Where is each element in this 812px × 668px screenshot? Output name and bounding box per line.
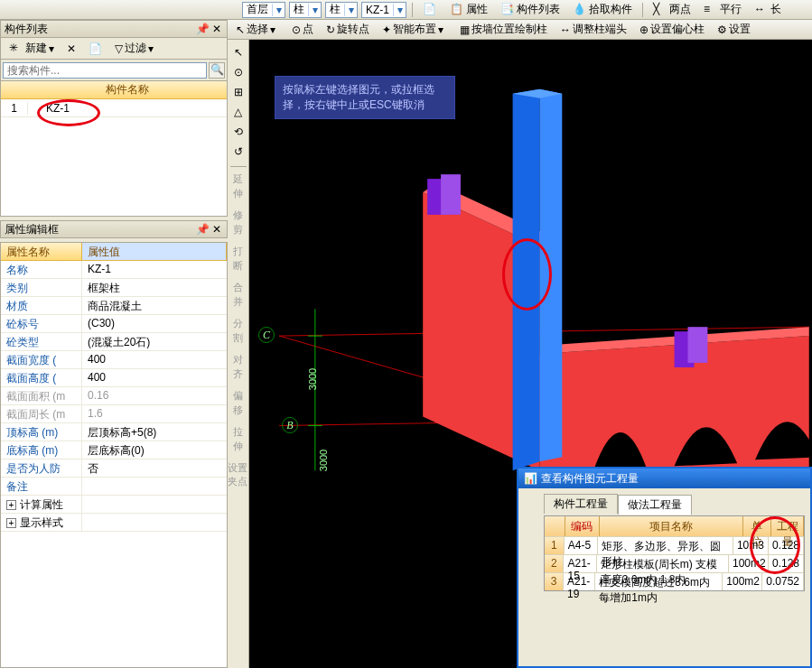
nav-icon: 📄 bbox=[423, 3, 437, 17]
point-tool[interactable]: ⊙ 点 bbox=[287, 20, 318, 39]
parallel-icon: ≡ bbox=[704, 3, 718, 17]
property-row[interactable]: 类别框架柱 bbox=[1, 279, 227, 297]
display-style-row[interactable]: +显示样式 bbox=[1, 514, 227, 532]
property-panel-header: 属性编辑框 📌✕ bbox=[0, 220, 228, 238]
eyedropper-icon: 💧 bbox=[573, 3, 587, 17]
tab-method-qty[interactable]: 做法工程量 bbox=[618, 495, 692, 515]
grid-header-name: 构件名称 bbox=[28, 82, 227, 97]
expand-icon[interactable]: + bbox=[6, 500, 16, 510]
nav-button[interactable]: 📄 bbox=[418, 1, 442, 19]
side-label: 剪 bbox=[233, 223, 243, 236]
side-label: 修 bbox=[233, 209, 243, 221]
search-input[interactable] bbox=[3, 62, 207, 79]
hint-tooltip: 按鼠标左键选择图元，或拉框选择，按右键中止或ESC键取消 bbox=[275, 76, 455, 119]
side-tool-3[interactable]: △ bbox=[229, 103, 247, 121]
side-label: 并 bbox=[233, 295, 243, 308]
property-grid[interactable]: 属性名称属性值 名称KZ-1类别框架柱材质商品混凝土砼标号(C30)砼类型(混凝… bbox=[0, 242, 228, 668]
side-tool-5[interactable]: ↺ bbox=[229, 143, 247, 161]
svg-marker-12 bbox=[539, 89, 562, 462]
property-row[interactable]: 砼类型(混凝土20石) bbox=[1, 333, 227, 351]
dim-3000-1: 3000 bbox=[307, 368, 318, 390]
axis-b-tag: B bbox=[282, 417, 298, 433]
side-label: 拉 bbox=[233, 425, 243, 438]
qty-row[interactable]: 1A4-5矩形、多边形、异形、圆形柱10m30.128 bbox=[545, 536, 804, 554]
side-label: 断 bbox=[233, 259, 243, 272]
expand-icon[interactable]: + bbox=[6, 518, 16, 528]
component-list-button[interactable]: 📑构件列表 bbox=[496, 0, 565, 19]
length-button[interactable]: ↔长 bbox=[750, 0, 786, 19]
category-combo[interactable]: 柱▾ bbox=[289, 2, 322, 18]
new-button[interactable]: ✳新建 ▾ bbox=[5, 39, 59, 58]
copy-button[interactable]: 📄 bbox=[84, 41, 107, 57]
side-label: 分 bbox=[233, 317, 243, 329]
quantity-window[interactable]: 📊 查看构件图元工程量 构件工程量 做法工程量 编码 项目名称 单位 工程量 1… bbox=[517, 467, 812, 668]
search-go-button[interactable]: 🔍 bbox=[209, 62, 225, 79]
pin-icon[interactable]: 📌 bbox=[196, 223, 209, 236]
adjust-end-tool[interactable]: ↔ 调整柱端头 bbox=[555, 20, 631, 39]
property-row[interactable]: 截面面积 (m0.16 bbox=[1, 387, 227, 405]
side-label: 移 bbox=[233, 404, 243, 416]
property-row[interactable]: 截面周长 (m1.6 bbox=[1, 405, 227, 423]
side-label: 设置夹点 bbox=[228, 461, 248, 474]
property-row[interactable]: 底标高 (m)层底标高(0) bbox=[1, 441, 227, 459]
grid-row[interactable]: 1 KZ-1 bbox=[1, 99, 227, 117]
side-label: 对 bbox=[233, 353, 243, 366]
side-label: 合 bbox=[233, 281, 243, 293]
filter-button[interactable]: ▽过滤 ▾ bbox=[110, 39, 158, 58]
property-row[interactable]: 截面宽度 (400 bbox=[1, 351, 227, 369]
parallel-button[interactable]: ≡平行 bbox=[699, 0, 746, 19]
property-row[interactable]: 截面高度 (400 bbox=[1, 369, 227, 387]
component-grid[interactable]: 构件名称 1 KZ-1 bbox=[0, 81, 228, 217]
property-row[interactable]: 是否为人防否 bbox=[1, 459, 227, 478]
property-row[interactable]: 名称KZ-1 bbox=[1, 261, 227, 279]
pin-icon[interactable]: 📌 bbox=[196, 23, 209, 35]
svg-rect-8 bbox=[441, 174, 461, 215]
quantity-grid[interactable]: 编码 项目名称 单位 工程量 1A4-5矩形、多边形、异形、圆形柱10m30.1… bbox=[544, 515, 805, 591]
offset-column-tool[interactable]: ⊕ 设置偏心柱 bbox=[635, 20, 709, 39]
qty-row[interactable]: 3A21-19柱支模高度超过3.6m内每增加1m内100m20.0752 bbox=[545, 572, 804, 590]
property-row[interactable]: 砼标号(C30) bbox=[1, 315, 227, 333]
close-icon[interactable]: ✕ bbox=[210, 223, 223, 236]
properties-icon: 📋 bbox=[450, 3, 464, 17]
delete-button[interactable]: ✕ bbox=[62, 41, 80, 57]
delete-icon: ✕ bbox=[67, 42, 76, 55]
two-point-icon: ╳ bbox=[653, 3, 667, 17]
side-label: 割 bbox=[233, 331, 243, 344]
qty-row[interactable]: 2A21-15矩形柱模板(周长m) 支模高度3.6m内 1.8内100m20.1… bbox=[545, 554, 804, 572]
side-tool-1[interactable]: ⊙ bbox=[229, 63, 247, 81]
svg-marker-5 bbox=[539, 336, 808, 488]
list-icon: 📑 bbox=[500, 3, 515, 17]
rotate-point-tool[interactable]: ↻ 旋转点 bbox=[322, 20, 374, 39]
component-list-header: 构件列表 📌✕ bbox=[0, 20, 228, 38]
new-icon: ✳ bbox=[9, 42, 23, 56]
length-icon: ↔ bbox=[754, 3, 769, 17]
calc-attr-row[interactable]: +计算属性 bbox=[1, 496, 227, 514]
property-row[interactable]: 顶标高 (m)层顶标高+5(8) bbox=[1, 423, 227, 441]
quantity-window-title: 📊 查看构件图元工程量 bbox=[518, 469, 810, 488]
by-wall-tool[interactable]: ▦ 按墙位置绘制柱 bbox=[455, 20, 552, 39]
app-icon: 📊 bbox=[524, 472, 537, 485]
close-icon[interactable]: ✕ bbox=[210, 23, 223, 35]
side-label: 伸 bbox=[233, 440, 243, 452]
item-combo[interactable]: KZ-1▾ bbox=[361, 2, 406, 18]
settings-tool[interactable]: ⚙ 设置 bbox=[713, 20, 755, 39]
properties-button[interactable]: 📋属性 bbox=[445, 0, 492, 19]
side-label: 伸 bbox=[233, 187, 243, 199]
copy-icon: 📄 bbox=[89, 42, 102, 55]
two-point-button[interactable]: ╳两点 bbox=[649, 0, 695, 19]
funnel-icon: ▽ bbox=[115, 42, 123, 55]
side-tool-4[interactable]: ⟲ bbox=[229, 123, 247, 141]
dim-3000-2: 3000 bbox=[318, 450, 329, 471]
pick-component-button[interactable]: 💧拾取构件 bbox=[568, 0, 637, 19]
side-label: 打 bbox=[233, 245, 243, 257]
svg-rect-10 bbox=[688, 327, 708, 363]
tab-component-qty[interactable]: 构件工程量 bbox=[544, 494, 618, 514]
subcategory-combo[interactable]: 柱▾ bbox=[325, 2, 358, 18]
side-tool-2[interactable]: ⊞ bbox=[229, 83, 247, 101]
smart-layout-tool[interactable]: ✦ 智能布置 ▾ bbox=[378, 20, 448, 39]
side-tool-0[interactable]: ↖ bbox=[229, 43, 247, 61]
select-tool[interactable]: ↖ 选择 ▾ bbox=[231, 20, 280, 39]
floor-combo[interactable]: 首层▾ bbox=[242, 2, 285, 18]
side-label: 齐 bbox=[233, 367, 243, 380]
property-row[interactable]: 材质商品混凝土 bbox=[1, 297, 227, 315]
